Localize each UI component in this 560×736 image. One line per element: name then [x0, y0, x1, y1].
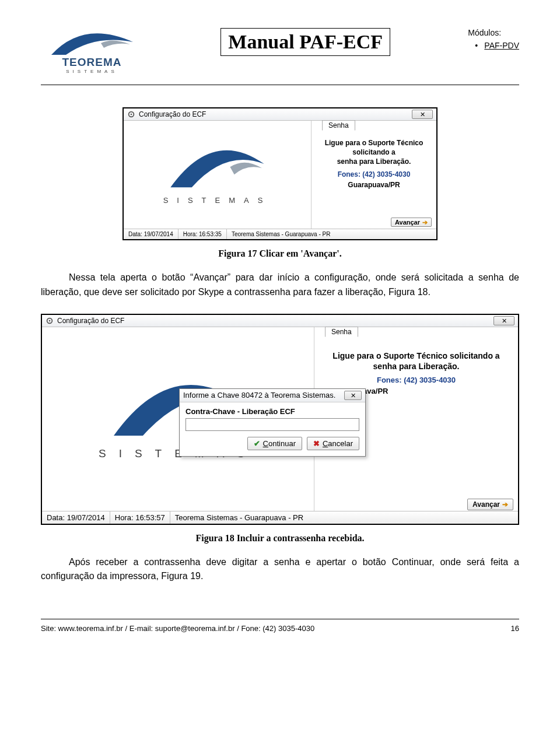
modules-box: Módulos: PAF-PDV [468, 28, 519, 50]
sistemas-text: SISTEMAS [163, 196, 272, 205]
chave-dialog: Informe a Chave 80472 à Teorema Sistemas… [179, 388, 366, 457]
avancar-button[interactable]: Avançar➔ [391, 218, 432, 227]
splash-logo: SISTEMAS [124, 121, 311, 229]
window-title: Configuração do ECF [139, 110, 206, 118]
doc-title: Manual PAF-ECF [228, 31, 383, 53]
company-logo: TEOREMA SISTEMAS [41, 28, 143, 74]
figure-17-screenshot: Configuração do ECF ✕ SISTEMAS Senha [123, 107, 438, 240]
dialog-field-label: Contra-Chave - Liberação ECF [186, 407, 359, 416]
senha-tab[interactable]: Senha [322, 120, 355, 131]
status-org: Teorema Sistemas - Guarapuava - PR [227, 229, 436, 239]
continuar-button[interactable]: ✔ Continuar [247, 437, 302, 450]
window-titlebar: Configuração do ECF ✕ [42, 315, 518, 327]
window-titlebar: Configuração do ECF ✕ [124, 108, 436, 121]
paragraph-1: Nessa tela aperta o botão “Avançar” para… [41, 271, 519, 300]
x-icon: ✖ [313, 439, 320, 448]
support-info: Ligue para o Suporte Técnico solicitando… [312, 138, 436, 167]
senha-tab[interactable]: Senha [325, 327, 358, 337]
modules-label: Módulos: [468, 28, 519, 37]
contra-chave-input[interactable] [186, 418, 359, 431]
logo-subtext: SISTEMAS [41, 69, 143, 74]
teorema-swoosh-icon [166, 145, 268, 196]
phone-line: Fones: (42) 3035-4030 [314, 376, 518, 384]
figure-18-caption: Figura 18 Incluir a contrassenha recebid… [41, 533, 519, 544]
svg-point-1 [131, 114, 132, 115]
svg-point-3 [49, 320, 51, 321]
avancar-button[interactable]: Avançar➔ [467, 499, 513, 510]
figure-17-caption: Figura 17 Clicar em 'Avançar'. [41, 248, 519, 259]
dialog-title: Informe a Chave 80472 à Teorema Sistemas… [183, 391, 335, 400]
swoosh-icon [48, 31, 136, 59]
status-time: Hora: 16:53:57 [110, 511, 170, 524]
phone-line: Fones: (42) 3035-4030 [312, 170, 436, 178]
status-bar: Data: 19/07/2014 Hora: 16:53:35 Teorema … [124, 229, 436, 239]
cancelar-button[interactable]: ✖ Cancelar [307, 437, 359, 450]
support-info: Ligue para o Suporte Técnico solicitando… [314, 351, 518, 373]
doc-title-box: Manual PAF-ECF [220, 28, 390, 56]
status-date: Data: 19/07/2014 [42, 511, 110, 524]
footer-contact: Site: www.teorema.inf.br / E-mail: supor… [41, 624, 314, 633]
gear-icon [46, 317, 54, 325]
window-title: Configuração do ECF [57, 317, 124, 325]
dialog-close-button[interactable]: ✕ [344, 391, 362, 400]
window-close-button[interactable]: ✕ [412, 110, 433, 119]
check-icon: ✔ [254, 439, 260, 448]
header-divider [41, 85, 519, 85]
status-time: Hora: 16:53:35 [178, 229, 227, 239]
window-close-button[interactable]: ✕ [494, 316, 514, 325]
footer-divider [41, 619, 519, 619]
status-org: Teorema Sistemas - Guarapuava - PR [170, 511, 518, 524]
paragraph-2: Após receber a contrassenha deve digitar… [41, 555, 519, 584]
status-date: Data: 19/07/2014 [124, 229, 178, 239]
page-footer: Site: www.teorema.inf.br / E-mail: supor… [41, 624, 519, 633]
status-bar: Data: 19/07/2014 Hora: 16:53:57 Teorema … [42, 511, 518, 524]
figure-18-screenshot: Configuração do ECF ✕ SISTEMAS Senha [41, 314, 519, 525]
module-item: PAF-PDV [484, 41, 519, 50]
gear-icon [127, 110, 135, 118]
arrow-right-icon: ➔ [502, 500, 508, 509]
page-number: 16 [511, 624, 519, 633]
page-header: TEOREMA SISTEMAS Manual PAF-ECF Módulos:… [41, 28, 519, 74]
city-line: Guarapuava/PR [312, 181, 436, 189]
arrow-right-icon: ➔ [422, 219, 428, 226]
